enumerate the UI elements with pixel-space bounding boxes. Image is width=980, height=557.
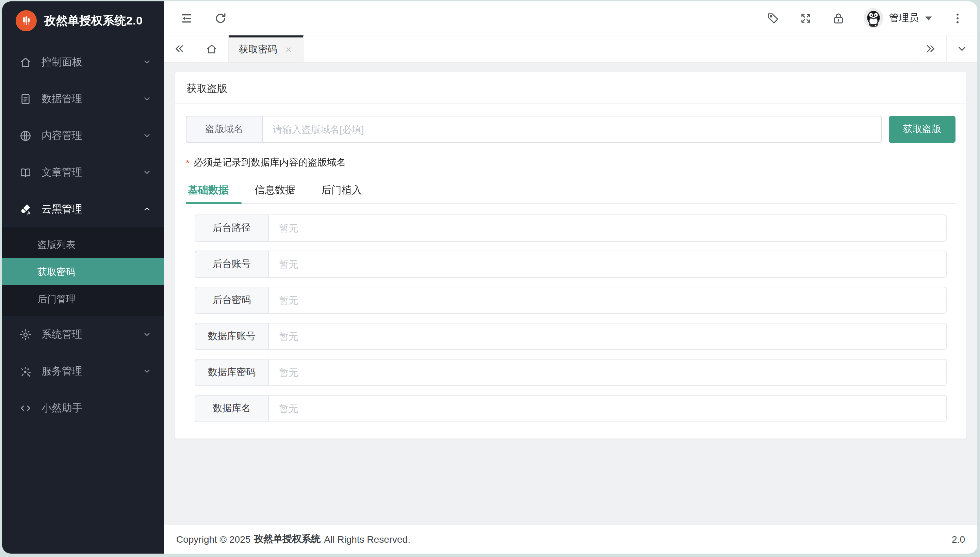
tab-strip: 获取密码: [164, 36, 977, 63]
required-note-text: 必须是记录到数据库内容的盗版域名: [194, 156, 346, 169]
content-area: 获取盗版 盗版域名 获取盗版 * 必须是记录到数据库内容的盗版域名 基础数据 信…: [164, 63, 977, 525]
db-password-input[interactable]: [268, 359, 947, 386]
chevron-down-icon: [142, 329, 152, 339]
card-body: 盗版域名 获取盗版 * 必须是记录到数据库内容的盗版域名 基础数据 信息数据 后…: [175, 104, 966, 438]
brush-icon: A: [18, 202, 32, 216]
spark-icon: [18, 364, 32, 378]
page-scaler: 孜然单授权系统2.0 控制面板 数据管理: [0, 0, 980, 557]
home-tab[interactable]: [195, 36, 229, 62]
top-header: 管理员: [164, 2, 977, 36]
tab-get-password[interactable]: 获取密码: [229, 36, 303, 62]
sidebar-item-label: 系统管理: [42, 328, 142, 341]
book-open-icon: [18, 166, 32, 179]
sidebar-item-label: 文章管理: [42, 166, 142, 179]
globe-icon: [18, 129, 32, 142]
sidebar-item-label: 内容管理: [42, 129, 142, 142]
tabs-dropdown-button[interactable]: [946, 36, 977, 62]
data-tabs: 基础数据 信息数据 后门植入: [186, 177, 956, 204]
sidebar-item-article-management[interactable]: 文章管理: [2, 154, 164, 191]
sidebar-item-assistant[interactable]: 小然助手: [2, 389, 164, 426]
tabs-scroll-left-button[interactable]: [164, 36, 195, 62]
username: 管理员: [889, 11, 919, 24]
field-label: 后台密码: [195, 287, 268, 314]
field-label: 后台账号: [195, 251, 268, 278]
sidebar-subitem-backdoor-management[interactable]: 后门管理: [2, 285, 164, 313]
admin-account-input[interactable]: [268, 251, 947, 278]
svg-text:A: A: [27, 210, 30, 215]
chevron-down-icon: [142, 366, 152, 376]
sidebar-item-label: 控制面板: [42, 55, 142, 68]
pirate-domain-group: 盗版域名 获取盗版: [186, 116, 956, 143]
sidebar-item-label: 云黑管理: [42, 203, 142, 215]
sidebar-subitem-pirate-list[interactable]: 盗版列表: [2, 231, 164, 258]
chevron-up-icon: [142, 204, 152, 214]
sidebar-item-system-management[interactable]: 系统管理: [2, 316, 164, 353]
basic-data-fields: 后台路径 后台账号 后台密码 数据库账号: [186, 215, 956, 422]
field-row-db-account: 数据库账号: [195, 323, 947, 350]
caret-down-icon: [925, 15, 932, 21]
footer-copyright: Copyright © 2025: [176, 534, 250, 545]
document-icon: [18, 92, 32, 106]
footer-brand: 孜然单授权系统: [254, 533, 321, 546]
sidebar-item-label: 数据管理: [42, 92, 142, 105]
admin-path-input[interactable]: [268, 215, 947, 242]
user-menu[interactable]: 管理员: [863, 8, 932, 28]
pirate-domain-input[interactable]: [262, 116, 882, 143]
sidebar-item-data-management[interactable]: 数据管理: [2, 80, 164, 117]
tag-icon[interactable]: [765, 11, 780, 26]
sidebar-item-content-management[interactable]: 内容管理: [2, 117, 164, 154]
sidebar-item-label: 服务管理: [42, 365, 142, 378]
tab-label: 获取密码: [239, 44, 277, 56]
admin-password-input[interactable]: [268, 287, 947, 314]
avatar: [863, 8, 883, 28]
field-label: 数据库账号: [195, 323, 268, 350]
db-name-input[interactable]: [268, 395, 947, 422]
field-label: 数据库名: [195, 395, 268, 422]
field-label: 数据库密码: [195, 359, 268, 386]
chevron-down-icon: [142, 131, 152, 140]
tab-info-data[interactable]: 信息数据: [242, 177, 308, 203]
footer-rights: All Rights Reserved.: [324, 534, 410, 545]
required-asterisk: *: [186, 157, 190, 168]
app-title: 孜然单授权系统2.0: [44, 13, 143, 28]
sidebar-item-control-panel[interactable]: 控制面板: [2, 44, 164, 80]
lock-icon[interactable]: [831, 11, 845, 26]
footer-version: 2.0: [952, 534, 965, 545]
close-tab-icon[interactable]: [284, 46, 293, 54]
collapse-sidebar-icon[interactable]: [179, 11, 194, 26]
kebab-menu-icon[interactable]: [950, 11, 965, 26]
sidebar-item-service-management[interactable]: 服务管理: [2, 353, 164, 389]
chevron-down-icon: [142, 94, 152, 104]
pirate-domain-label: 盗版域名: [186, 116, 262, 143]
code-icon: [18, 401, 32, 415]
tabbar-spacer: [303, 36, 915, 62]
gear-icon: [18, 327, 32, 341]
chevron-down-icon: [142, 57, 152, 67]
field-row-db-name: 数据库名: [195, 395, 947, 422]
sidebar-item-label: 小然助手: [42, 401, 152, 414]
chevron-down-icon: [142, 168, 152, 177]
app-logo: 孜然单授权系统2.0: [2, 2, 164, 39]
field-label: 后台路径: [195, 215, 268, 242]
required-note: * 必须是记录到数据库内容的盗版域名: [186, 156, 956, 169]
brand-logo-icon: [16, 10, 37, 31]
db-account-input[interactable]: [268, 323, 947, 350]
app-window: 孜然单授权系统2.0 控制面板 数据管理: [2, 2, 977, 554]
sidebar: 孜然单授权系统2.0 控制面板 数据管理: [2, 2, 164, 554]
get-pirate-card: 获取盗版 盗版域名 获取盗版 * 必须是记录到数据库内容的盗版域名 基础数据 信…: [175, 72, 966, 438]
sidebar-item-cloud-black-management[interactable]: A 云黑管理: [2, 191, 164, 228]
home-icon: [18, 55, 32, 69]
get-pirate-button[interactable]: 获取盗版: [889, 116, 956, 143]
tab-backdoor-inject[interactable]: 后门植入: [308, 177, 375, 203]
fullscreen-icon[interactable]: [798, 11, 813, 26]
sidebar-subitem-get-password[interactable]: 获取密码: [2, 258, 164, 285]
tab-basic-data[interactable]: 基础数据: [186, 177, 242, 203]
field-row-admin-path: 后台路径: [195, 215, 947, 242]
footer: Copyright © 2025 孜然单授权系统 All Rights Rese…: [164, 525, 977, 554]
sidebar-submenu: 盗版列表 获取密码 后门管理: [2, 228, 164, 316]
tabs-scroll-right-button[interactable]: [915, 36, 946, 62]
main-column: 管理员 获取密码: [164, 2, 977, 554]
refresh-icon[interactable]: [213, 11, 228, 26]
sidebar-menu: 控制面板 数据管理 内容管理: [2, 39, 164, 554]
field-row-admin-password: 后台密码: [195, 287, 947, 314]
